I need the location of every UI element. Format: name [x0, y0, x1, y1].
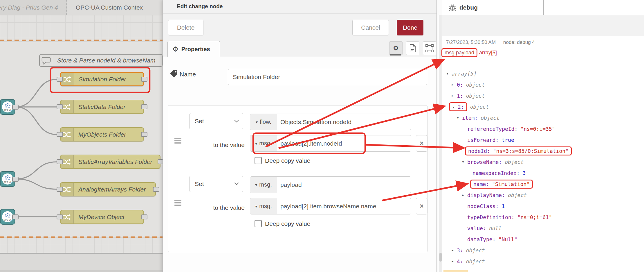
gear-icon: ⚙ — [393, 44, 399, 52]
debug-tree-row[interactable]: referenceTypeId:"ns=0;i=35" — [446, 123, 638, 134]
canvas-scrollbar[interactable] — [0, 270, 163, 272]
workspace-tab-opcua-context[interactable]: OPC-UA Custom Contex — [67, 0, 163, 15]
properties-view-button[interactable]: ⚙ — [389, 41, 403, 55]
deep-copy-checkbox[interactable] — [255, 220, 262, 227]
flow-wire[interactable] — [16, 107, 57, 135]
expand-icon[interactable]: ▸ — [451, 93, 457, 98]
sidebar-resize-grip[interactable] — [439, 253, 442, 262]
node-output-port[interactable] — [158, 159, 163, 164]
property-value: payload[2].item.nodeId — [277, 135, 342, 151]
node-input-port[interactable] — [57, 104, 63, 109]
change-node[interactable]: StaticArrayVariables Folder — [60, 155, 160, 169]
node-input-port[interactable] — [57, 187, 63, 192]
done-button[interactable]: Done — [397, 20, 423, 35]
node-output-port[interactable] — [12, 214, 19, 219]
debug-tree-row[interactable]: ▸4:object — [446, 256, 638, 267]
rule-action-select[interactable]: Set — [189, 113, 243, 129]
rule-delete-button[interactable]: × — [416, 135, 427, 152]
flow-wire[interactable] — [16, 162, 57, 179]
node-output-port[interactable] — [12, 105, 19, 110]
property-type-select[interactable]: ▾msg. — [250, 177, 277, 193]
change-node[interactable]: AnalogItemArrays Folder — [60, 182, 156, 196]
debug-tree-row[interactable]: ▸3:object — [446, 245, 638, 256]
collapse-icon[interactable]: ▾ — [462, 159, 467, 164]
group-selection-icon — [425, 44, 434, 52]
node-input-port[interactable] — [57, 159, 63, 164]
flow-wire[interactable] — [16, 179, 57, 189]
node-input-port[interactable] — [57, 214, 63, 219]
property-value: Objects.Simulation.nodeId — [277, 114, 351, 130]
workspace-tab-prius[interactable]: ery Diag - Prius Gen 4 — [0, 0, 67, 15]
debug-json-tree: ▾array[5]▸0:object▸1:object▾2:object▾ite… — [446, 68, 638, 267]
debug-tree-row[interactable]: dataType:"Null" — [446, 234, 638, 245]
change-node[interactable]: StaticData Folder — [60, 100, 144, 114]
tree-key: typeDefinition: — [467, 214, 515, 220]
rule-value-input[interactable]: ▾msg. payload[2].item.browseName.name — [250, 198, 411, 214]
debug-tree-row[interactable]: nodeId:"ns=3;s=85/0:Simulation" — [446, 145, 638, 156]
cancel-button[interactable]: Cancel — [352, 20, 389, 35]
name-input[interactable]: Simulation Folder — [228, 69, 427, 85]
node-output-port[interactable] — [141, 214, 147, 219]
debug-tree-row[interactable]: ▸1:object — [446, 90, 638, 101]
debug-tree-row[interactable]: typeDefinition:"ns=0;i=61" — [446, 212, 638, 223]
shuffle-icon — [63, 103, 71, 111]
change-node[interactable]: Simulation Folder — [60, 72, 144, 86]
tree-value: 1 — [502, 203, 505, 209]
debug-tree-row[interactable]: ▾array[5] — [446, 68, 638, 79]
collapse-icon[interactable]: ▾ — [446, 71, 452, 76]
collapse-icon[interactable]: ▾ — [452, 105, 458, 110]
shuffle-icon — [63, 213, 71, 221]
expand-icon[interactable]: ▸ — [451, 82, 457, 87]
property-type-select[interactable]: ▾msg. — [250, 135, 277, 151]
rule-drag-handle[interactable] — [174, 138, 181, 144]
debug-tree-row[interactable]: ▸0:object — [446, 79, 638, 90]
debug-tree-row[interactable]: value:null — [446, 223, 638, 234]
debug-tree-row[interactable]: namespaceIndex:3 — [446, 167, 638, 178]
node-input-port[interactable] — [57, 132, 63, 137]
tree-value: 3 — [523, 170, 526, 176]
node-output-port[interactable] — [12, 177, 19, 182]
canvas-scroll-area[interactable] — [0, 253, 163, 272]
rule-target-input[interactable]: ▾flow. Objects.Simulation.nodeId — [250, 114, 411, 130]
debug-payload-row[interactable]: msg.payloadarray[5] — [444, 50, 497, 56]
group-view-button[interactable] — [423, 41, 436, 55]
collapse-icon[interactable]: ▾ — [457, 115, 462, 120]
property-value: payload[2].item.browseName.name — [277, 198, 376, 214]
tab-debug[interactable]: debug — [442, 0, 544, 15]
comment-node[interactable]: Store & Parse nodeId & browseNam — [39, 54, 163, 67]
change-node-label: StaticData Folder — [78, 103, 125, 110]
tab-debug-label: debug — [459, 4, 478, 11]
tree-key: 2: — [458, 104, 464, 110]
debug-tree-row[interactable]: ▾item:object — [446, 112, 638, 123]
debug-tree-row[interactable]: ▸displayName:object — [446, 189, 638, 201]
change-node[interactable]: MyDevice Object — [60, 210, 144, 224]
annotation-box-tree-row: name:"Simulation" — [470, 180, 533, 189]
debug-tree-row[interactable]: nodeClass:1 — [446, 201, 638, 212]
rule-target-input[interactable]: ▾msg. payload — [250, 176, 411, 193]
node-output-port[interactable] — [141, 77, 147, 82]
expand-icon[interactable]: ▸ — [451, 259, 457, 264]
delete-button[interactable]: Delete — [168, 20, 203, 35]
description-view-button[interactable] — [406, 41, 419, 55]
debug-tree-row[interactable]: isForward:true — [446, 134, 638, 145]
flow-canvas[interactable]: ery Diag - Prius Gen 4 OPC-UA Custom Con… — [0, 0, 163, 272]
rule-action-select[interactable]: Set — [189, 176, 243, 192]
flow-wire[interactable] — [16, 79, 57, 107]
node-output-port[interactable] — [153, 187, 159, 192]
node-output-port[interactable] — [141, 132, 147, 137]
change-node[interactable]: MyObjects Folder — [60, 127, 144, 142]
debug-tree-row[interactable]: name:"Simulation" — [446, 178, 638, 189]
expand-icon[interactable]: ▸ — [451, 248, 457, 253]
rule-delete-button[interactable]: × — [416, 198, 427, 214]
debug-tree-row[interactable]: ▾browseName:object — [446, 156, 638, 167]
tab-properties[interactable]: ⚙ Properties — [167, 41, 220, 57]
property-type-select[interactable]: ▾flow. — [250, 114, 277, 130]
rule-value-input[interactable]: ▾msg. payload[2].item.nodeId — [250, 135, 411, 152]
deep-copy-checkbox[interactable] — [255, 157, 262, 164]
property-type-select[interactable]: ▾msg. — [250, 198, 277, 214]
node-input-port[interactable] — [57, 77, 63, 82]
rule-drag-handle[interactable] — [174, 200, 181, 206]
node-output-port[interactable] — [141, 104, 147, 109]
debug-tree-row[interactable]: ▾2:object — [446, 101, 638, 112]
expand-icon[interactable]: ▸ — [462, 192, 467, 198]
